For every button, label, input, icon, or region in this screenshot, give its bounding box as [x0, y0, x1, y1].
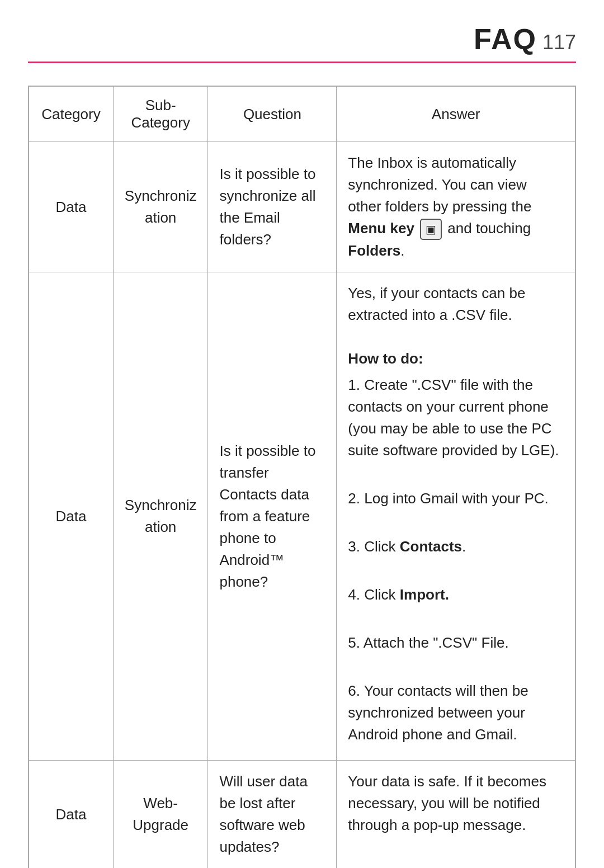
- page-title: FAQ: [474, 22, 537, 56]
- page-number: 117: [542, 31, 576, 54]
- col-header-answer: Answer: [337, 86, 575, 142]
- bold-text: Folders: [348, 242, 400, 259]
- answer-item: 3. Click Contacts.: [348, 536, 564, 558]
- answer-item: 5. Attach the ".CSV" File.: [348, 632, 564, 654]
- cell-question: Is it possible to transfer Contacts data…: [208, 272, 337, 761]
- answer-item: 6. Your contacts will then be synchroniz…: [348, 680, 564, 746]
- answer-item: 1. Create ".CSV" file with the contacts …: [348, 374, 564, 461]
- bold-text: How to do:: [348, 350, 423, 367]
- table-row: Data Web-Upgrade Will user data be lost …: [29, 761, 575, 868]
- cell-category: Data: [29, 142, 113, 272]
- table-header-row: Category Sub-Category Question Answer: [29, 86, 575, 142]
- col-header-subcategory: Sub-Category: [113, 86, 208, 142]
- cell-question: Is it possible to synchronize all the Em…: [208, 142, 337, 272]
- col-header-category: Category: [29, 86, 113, 142]
- cell-subcategory: Web-Upgrade: [113, 761, 208, 868]
- cell-subcategory: Synchronization: [113, 272, 208, 761]
- table-row: Data Synchronization Is it possible to t…: [29, 272, 575, 761]
- cell-answer: Yes, if your contacts can be extracted i…: [337, 272, 575, 761]
- bold-text: Import.: [400, 586, 449, 603]
- cell-answer: Your data is safe. If it becomes necessa…: [337, 761, 575, 868]
- bold-text: Contacts: [400, 538, 462, 555]
- bold-text: Menu key: [348, 220, 414, 237]
- cell-category: Data: [29, 272, 113, 761]
- answer-item: How to do:: [348, 348, 564, 370]
- answer-text: Yes, if your contacts can be extracted i…: [348, 282, 564, 326]
- cell-answer: The Inbox is automatically synchronized.…: [337, 142, 575, 272]
- cell-question: Will user data be lost after software we…: [208, 761, 337, 868]
- table-row: Data Synchronization Is it possible to s…: [29, 142, 575, 272]
- answer-item: 4. Click Import.: [348, 584, 564, 606]
- col-header-question: Question: [208, 86, 337, 142]
- page-header: FAQ 117: [28, 22, 576, 63]
- answer-item: 2. Log into Gmail with your PC.: [348, 488, 564, 510]
- cell-category: Data: [29, 761, 113, 868]
- menu-key-icon: ▣: [420, 219, 442, 240]
- faq-table: Category Sub-Category Question Answer Da…: [28, 86, 576, 868]
- cell-subcategory: Synchronization: [113, 142, 208, 272]
